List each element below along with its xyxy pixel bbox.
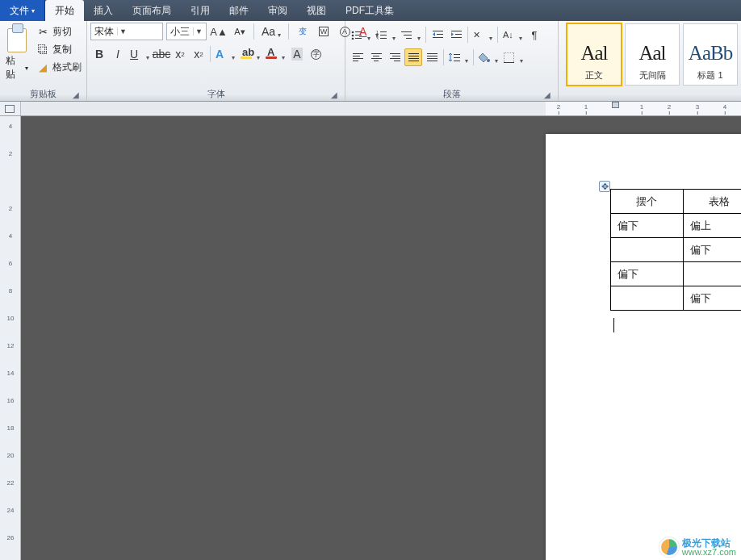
tab-reference[interactable]: 引用: [181, 0, 220, 21]
indent-marker[interactable]: [612, 102, 619, 108]
tab-file[interactable]: 文件▾: [0, 0, 45, 21]
align-distribute-icon: [427, 53, 437, 62]
font-launcher[interactable]: ◢: [329, 90, 340, 101]
vertical-ruler[interactable]: 4 2 2 4 6 8 10 12 14 16 18 20 22 24 26: [0, 116, 21, 560]
table-cell[interactable]: 偏下: [611, 262, 684, 286]
align-left-button[interactable]: [349, 48, 366, 66]
watermark-title: 极光下载站: [682, 538, 736, 548]
style-h1-preview: AaBb: [689, 42, 732, 65]
superscript-button[interactable]: x2: [190, 45, 207, 63]
sort-button[interactable]: A↓: [500, 26, 525, 44]
svg-rect-24: [454, 57, 460, 58]
page-area: ✥ 摆个表格 偏下偏上 偏下 偏下 偏下: [546, 116, 741, 560]
tab-home[interactable]: 开始: [45, 0, 84, 21]
numbering-button[interactable]: 123: [374, 26, 398, 44]
line-spacing-button[interactable]: [446, 48, 471, 66]
vruler-tick: 8: [6, 287, 15, 295]
table-cell[interactable]: [683, 262, 741, 286]
table-cell[interactable]: 偏下: [683, 286, 741, 311]
strikethrough-button[interactable]: abc: [153, 45, 170, 63]
tab-view[interactable]: 视图: [297, 0, 336, 21]
tab-pdf[interactable]: PDF工具集: [336, 0, 404, 21]
change-case-button[interactable]: Aa: [259, 23, 283, 40]
horizontal-ruler[interactable]: 2 1 1 2 3 4: [546, 102, 741, 115]
paragraph-launcher[interactable]: ◢: [542, 90, 553, 101]
highlight-button[interactable]: ab: [238, 45, 262, 63]
svg-rect-23: [454, 54, 460, 55]
indent-dec-button[interactable]: [429, 26, 446, 44]
multilevel-button[interactable]: [399, 26, 423, 44]
ruler-tick: 2: [668, 103, 671, 111]
format-painter-button[interactable]: ◢格式刷: [32, 58, 86, 76]
table-cell[interactable]: 摆个: [611, 190, 684, 214]
tab-layout[interactable]: 页面布局: [123, 0, 181, 21]
numbering-icon: 123: [376, 31, 387, 40]
table-cell[interactable]: [611, 286, 684, 311]
italic-button[interactable]: I: [109, 45, 127, 63]
show-marks-button[interactable]: ¶: [525, 26, 543, 44]
svg-rect-20: [455, 34, 462, 35]
phonetic-guide-button[interactable]: 变: [294, 23, 312, 40]
copy-button[interactable]: ⿻复制: [32, 40, 86, 58]
svg-rect-16: [437, 34, 443, 35]
table-row[interactable]: 摆个表格: [611, 190, 742, 214]
tab-review[interactable]: 审阅: [258, 0, 297, 21]
bullets-button[interactable]: [349, 26, 373, 44]
ruler-tick: 3: [696, 103, 699, 111]
bold-button[interactable]: B: [90, 45, 108, 63]
ruler-row: 2 1 1 2 3 4: [0, 102, 741, 116]
align-justify-button[interactable]: [404, 48, 422, 66]
table-row[interactable]: 偏下偏上: [611, 214, 742, 238]
svg-point-4: [352, 37, 354, 39]
align-right-button[interactable]: [386, 48, 404, 66]
paste-button[interactable]: 粘贴▾: [3, 23, 31, 84]
cut-label: 剪切: [52, 25, 72, 39]
indent-inc-button[interactable]: [447, 26, 465, 44]
ruler-corner[interactable]: [0, 102, 21, 115]
char-border-button[interactable]: W: [315, 23, 333, 40]
text-direction-button[interactable]: ✕: [471, 26, 495, 44]
cut-button[interactable]: ✂剪切: [32, 23, 86, 40]
style-heading-1[interactable]: AaBb 标题 1: [683, 23, 738, 86]
table-cell[interactable]: 偏下: [611, 214, 684, 238]
tab-mail[interactable]: 邮件: [220, 0, 258, 21]
svg-rect-15: [433, 31, 443, 31]
svg-rect-11: [380, 38, 387, 39]
document-page[interactable]: ✥ 摆个表格 偏下偏上 偏下 偏下 偏下: [546, 134, 741, 560]
clipboard-launcher[interactable]: ◢: [70, 90, 82, 101]
font-name-combo[interactable]: 宋体▼: [90, 23, 163, 40]
table-row[interactable]: 偏下: [611, 286, 742, 311]
char-shading-button[interactable]: A: [288, 45, 306, 63]
style-no-spacing[interactable]: Aal 无间隔: [625, 23, 680, 86]
vruler-tick: 2: [6, 205, 15, 212]
font-size-combo[interactable]: 小三▼: [166, 23, 207, 40]
table-cell[interactable]: [611, 238, 684, 262]
align-center-button[interactable]: [367, 48, 385, 66]
svg-rect-9: [380, 35, 387, 36]
subscript-button[interactable]: x2: [171, 45, 189, 63]
font-color-button[interactable]: A: [263, 45, 287, 63]
enc-char2-button[interactable]: 字: [307, 45, 324, 63]
table-cell[interactable]: 表格: [683, 190, 741, 214]
table-cell[interactable]: 偏下: [683, 238, 741, 262]
group-clipboard: 粘贴▾ ✂剪切 ⿻复制 ◢格式刷 剪贴板◢: [0, 21, 87, 101]
svg-point-2: [352, 34, 354, 36]
table-move-handle[interactable]: ✥: [599, 181, 610, 192]
style-body-preview: Aal: [580, 42, 607, 65]
grow-font-button[interactable]: A▲: [210, 23, 228, 40]
table-row[interactable]: 偏下: [611, 262, 742, 286]
text-cursor: [613, 318, 614, 332]
table-row[interactable]: 偏下: [611, 238, 742, 262]
style-body-text[interactable]: Aal 正文: [567, 23, 622, 86]
tab-insert[interactable]: 插入: [84, 0, 123, 21]
vruler-tick: 6: [6, 260, 15, 267]
table-cell[interactable]: 偏上: [683, 214, 741, 238]
text-effects-button[interactable]: A: [213, 45, 237, 63]
underline-button[interactable]: U: [128, 45, 152, 63]
document-table[interactable]: 摆个表格 偏下偏上 偏下 偏下 偏下: [610, 189, 741, 311]
shrink-font-button[interactable]: A▾: [231, 23, 249, 40]
align-distribute-button[interactable]: [423, 48, 441, 66]
borders-button[interactable]: [501, 48, 525, 66]
shading-button[interactable]: [476, 48, 500, 66]
svg-rect-3: [355, 35, 362, 36]
